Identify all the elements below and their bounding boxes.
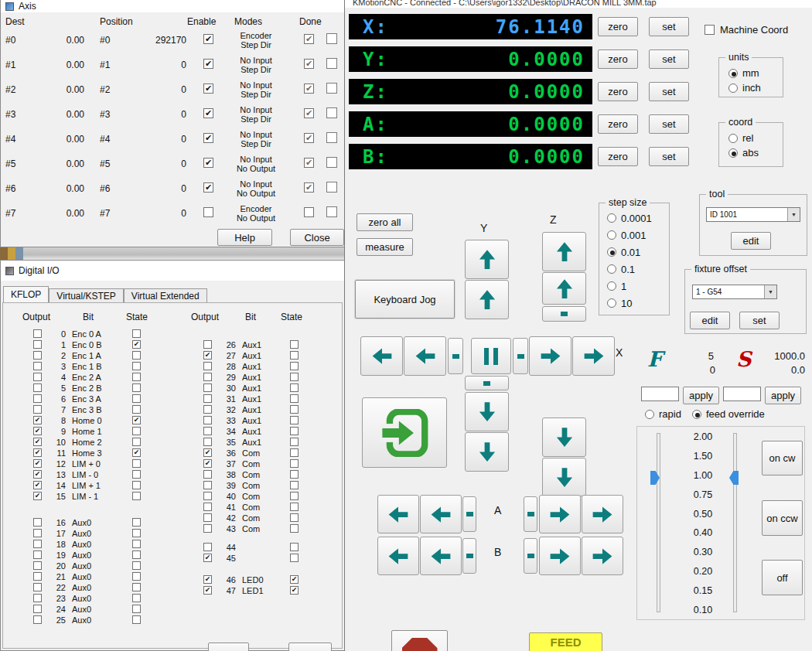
state-checkbox[interactable] (290, 524, 299, 533)
state-checkbox[interactable] (290, 448, 299, 457)
output-checkbox[interactable] (203, 481, 212, 489)
output-checkbox[interactable] (203, 492, 212, 500)
state-checkbox[interactable] (290, 373, 299, 381)
set-button[interactable]: set (649, 114, 689, 134)
output-checkbox[interactable] (203, 340, 212, 349)
output-checkbox[interactable] (203, 524, 212, 533)
spindle-override-slider-track[interactable] (733, 433, 737, 612)
zero-button[interactable]: zero (598, 17, 638, 36)
jog-x-plus-step-button[interactable] (513, 338, 528, 374)
fixture-set-button[interactable]: set (739, 312, 780, 329)
enable-checkbox[interactable] (203, 207, 213, 217)
jog-b-plus-slow-button[interactable] (539, 537, 581, 575)
enable-checkbox[interactable] (203, 108, 213, 118)
enable-checkbox[interactable] (203, 59, 213, 69)
jog-b-plus-fast-button[interactable] (582, 537, 623, 575)
output-checkbox[interactable] (203, 416, 212, 424)
output-checkbox[interactable] (203, 503, 212, 511)
feed-override-slider-track[interactable] (657, 433, 660, 612)
spindle-on-cw-button[interactable]: on cw (762, 441, 803, 475)
coord-radio-option[interactable]: rel (728, 131, 783, 145)
fixture-select[interactable]: 1 - G54 ▼ (692, 285, 777, 299)
output-checkbox[interactable] (203, 470, 212, 479)
step-size-radio-option[interactable]: 0.1 (607, 261, 669, 278)
state-checkbox[interactable] (132, 329, 141, 338)
enable-checkbox[interactable] (203, 158, 213, 168)
dialog-button-1[interactable] (208, 642, 249, 651)
axis-titlebar[interactable]: Axis (1, 0, 344, 12)
jog-a-plus-step-button[interactable] (524, 496, 537, 532)
state-checkbox[interactable] (290, 575, 299, 584)
jog-z-step-button[interactable] (542, 306, 586, 322)
jog-y-minus-fast-button[interactable] (465, 432, 509, 472)
state-checkbox[interactable] (290, 340, 299, 349)
machine-coord-checkbox[interactable] (705, 25, 715, 35)
output-checkbox[interactable] (203, 575, 212, 584)
jog-x-plus-fast-button[interactable] (572, 336, 615, 376)
machine-coord-option[interactable]: Machine Coord (705, 24, 788, 36)
state-checkbox[interactable] (290, 470, 299, 479)
jog-y-plus-fast-button[interactable] (465, 240, 509, 279)
state-checkbox[interactable] (290, 503, 299, 511)
stop-button[interactable] (391, 630, 448, 651)
state-checkbox[interactable] (290, 459, 299, 468)
output-checkbox[interactable] (203, 394, 212, 403)
close-button[interactable]: Close (290, 229, 344, 246)
state-checkbox[interactable] (290, 543, 299, 551)
output-checkbox[interactable] (203, 586, 212, 595)
state-checkbox[interactable] (290, 405, 299, 414)
spindle-on-ccw-button[interactable]: on ccw (762, 500, 803, 536)
jog-y-minus-step-button[interactable] (465, 376, 509, 390)
spindle-off-button[interactable]: off (762, 560, 803, 595)
state-checkbox[interactable] (290, 427, 299, 435)
output-checkbox[interactable] (33, 329, 42, 338)
tool-edit-button[interactable]: edit (731, 232, 771, 250)
state-checkbox[interactable] (290, 513, 299, 522)
output-checkbox[interactable] (203, 438, 212, 446)
output-checkbox[interactable] (33, 605, 42, 613)
feed-hold-button[interactable]: FEED (529, 632, 602, 651)
jog-x-plus-slow-button[interactable] (529, 336, 571, 376)
spindle-apply-button[interactable]: apply (765, 387, 801, 404)
enable-checkbox[interactable] (203, 34, 213, 44)
output-checkbox[interactable] (33, 615, 42, 624)
enable-checkbox[interactable] (203, 182, 213, 193)
jog-z-minus-slow-button[interactable] (542, 418, 586, 457)
state-checkbox[interactable] (132, 605, 141, 613)
state-checkbox[interactable] (290, 416, 299, 424)
jog-x-minus-fast-button[interactable] (360, 336, 403, 376)
output-checkbox[interactable] (203, 362, 212, 370)
dio-tab[interactable]: Virtual Extended (124, 288, 207, 302)
enable-checkbox[interactable] (203, 133, 213, 143)
jog-b-minus-slow-button[interactable] (420, 537, 462, 575)
tool-select[interactable]: ID 1001 ▼ (706, 207, 800, 222)
set-button[interactable]: set (649, 49, 689, 69)
output-checkbox[interactable] (203, 513, 212, 522)
jog-b-minus-step-button[interactable] (462, 538, 476, 574)
units-radio-option[interactable]: inch (728, 80, 783, 95)
output-checkbox[interactable] (203, 351, 212, 360)
jog-pause-button[interactable] (471, 338, 511, 374)
dio-titlebar[interactable]: Digital I/O (1, 261, 344, 281)
jog-x-minus-slow-button[interactable] (404, 336, 446, 376)
dialog-button-2[interactable] (288, 642, 332, 651)
jog-z-plus-slow-button[interactable] (542, 272, 586, 305)
state-checkbox[interactable] (290, 554, 299, 562)
state-checkbox[interactable] (290, 481, 299, 489)
set-button[interactable]: set (649, 82, 689, 101)
jog-b-plus-step-button[interactable] (524, 538, 537, 574)
step-size-radio-option[interactable]: 0.01 (607, 244, 669, 261)
jog-z-plus-fast-button[interactable] (542, 232, 586, 271)
set-button[interactable]: set (649, 147, 689, 166)
state-checkbox[interactable] (132, 615, 141, 624)
enable-checkbox[interactable] (203, 84, 213, 94)
step-size-radio-option[interactable]: 1 (607, 278, 669, 295)
jog-y-plus-slow-button[interactable] (465, 280, 509, 319)
coord-radio-option[interactable]: abs (728, 145, 783, 160)
zero-all-button[interactable]: zero all (357, 213, 413, 231)
step-size-radio-option[interactable]: 0.0001 (607, 210, 669, 227)
feed-apply-button[interactable]: apply (683, 387, 719, 404)
output-checkbox[interactable] (203, 427, 212, 435)
output-checkbox[interactable] (203, 459, 212, 468)
jog-x-minus-step-button[interactable] (448, 338, 463, 374)
